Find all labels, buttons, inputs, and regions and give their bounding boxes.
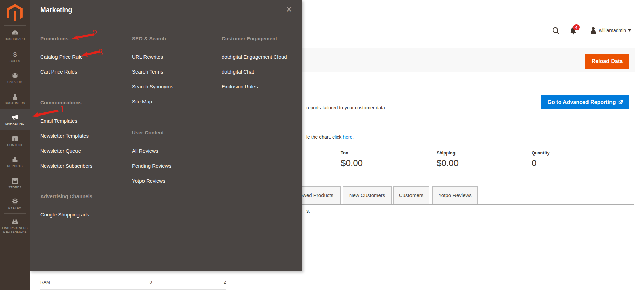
sidebar-item-label: FIND PARTNERS & EXTENSIONS [1, 226, 29, 234]
section-header-customer-engagement: Customer Engagement [222, 36, 277, 41]
sidebar-item-label: CATALOG [7, 80, 22, 84]
notification-count-badge: 4 [573, 24, 580, 30]
chevron-down-icon [628, 29, 631, 32]
sidebar-divider [4, 25, 26, 26]
table-row-col1: 0 [135, 279, 152, 285]
user-icon [590, 26, 597, 35]
admin-sidebar: DASHBOARD $ SALES CATALOG CUSTOMERS MARK… [0, 0, 30, 290]
menu-item-google-shopping-ads[interactable]: Google Shopping ads [40, 212, 89, 218]
sidebar-divider [4, 213, 26, 214]
sidebar-item-stores[interactable]: STORES [0, 178, 30, 189]
menu-item-search-synonyms[interactable]: Search Synonyms [132, 84, 173, 89]
advanced-reporting-label: Go to Advanced Reporting [547, 99, 616, 105]
menu-item-newsletter-queue[interactable]: Newsletter Queue [40, 148, 81, 154]
section-header-advertising-channels: Advertising Channels [40, 193, 92, 199]
svg-text:$: $ [13, 51, 17, 58]
total-value: $0.00 [437, 158, 459, 168]
sidebar-item-label: STORES [8, 186, 22, 189]
admin-header-actions: 4 williamadmin [548, 24, 635, 39]
clipped-sentence-fragment: s. [306, 208, 310, 214]
total-quantity: Quantity 0 [532, 150, 550, 168]
total-tax: Tax $0.00 [341, 150, 363, 168]
menu-item-url-rewrites[interactable]: URL Rewrites [132, 54, 163, 60]
tab-yotpo-reviews[interactable]: Yotpo Reviews [432, 186, 478, 204]
sidebar-item-label: MARKETING [5, 122, 24, 126]
sidebar-item-system[interactable]: SYSTEM [0, 198, 30, 210]
section-header-communications: Communications [40, 100, 82, 105]
menu-item-pending-reviews[interactable]: Pending Reviews [132, 163, 171, 169]
reload-data-button[interactable]: Reload Data [585, 54, 629, 69]
sidebar-item-dashboard[interactable]: DASHBOARD [0, 30, 30, 41]
menu-item-search-terms[interactable]: Search Terms [132, 69, 163, 75]
package-box-icon [12, 72, 18, 79]
bar-chart-icon [12, 156, 18, 163]
sidebar-item-reports[interactable]: REPORTS [0, 156, 30, 168]
dollar-icon: $ [12, 51, 18, 58]
sidebar-item-label: DASHBOARD [5, 37, 25, 41]
megaphone-icon [11, 114, 19, 121]
total-value: $0.00 [341, 158, 363, 168]
account-username: williamadmin [599, 28, 626, 33]
menu-item-newsletter-templates[interactable]: Newsletter Templates [40, 133, 89, 139]
sidebar-item-marketing[interactable]: MARKETING [0, 109, 30, 130]
menu-item-dotdigital-engagement-cloud[interactable]: dotdigital Engagement Cloud [222, 54, 287, 60]
menu-item-all-reviews[interactable]: All Reviews [132, 148, 158, 154]
section-header-user-content: User Content [132, 130, 164, 136]
section-header-promotions: Promotions [40, 36, 68, 41]
sidebar-item-label: SYSTEM [8, 206, 22, 210]
total-label: Quantity [532, 150, 550, 156]
total-value: 0 [532, 158, 550, 168]
section-header-seo-search: SEO & Search [132, 36, 166, 41]
enable-chart-note: le the chart, click here. [306, 134, 354, 140]
menu-item-cart-price-rules[interactable]: Cart Price Rules [40, 69, 77, 75]
flyout-title: Marketing [40, 6, 72, 14]
menu-item-dotdigital-chat[interactable]: dotdigital Chat [222, 69, 254, 75]
bestsellers-table: RAM 0 2 [40, 274, 226, 290]
menu-item-email-templates[interactable]: Email Templates [40, 118, 77, 124]
banner-text-fragment: reports tailored to your customer data. [306, 105, 386, 110]
magento-logo[interactable] [7, 4, 23, 22]
tab-customers[interactable]: Customers [393, 186, 429, 204]
menu-item-catalog-price-rule[interactable]: Catalog Price Rule [40, 54, 83, 60]
here-link[interactable]: here [343, 134, 352, 140]
menu-item-yotpo-reviews[interactable]: Yotpo Reviews [132, 178, 165, 184]
menu-item-exclusion-rules[interactable]: Exclusion Rules [222, 84, 258, 89]
sidebar-item-find-partners[interactable]: FIND PARTNERS & EXTENSIONS [1, 218, 29, 234]
go-to-advanced-reporting-button[interactable]: Go to Advanced Reporting [541, 95, 629, 109]
menu-item-site-map[interactable]: Site Map [132, 99, 152, 104]
layout-page-icon [12, 135, 18, 142]
sidebar-item-sales[interactable]: $ SALES [0, 51, 30, 63]
search-icon[interactable] [552, 26, 560, 37]
tab-new-customers[interactable]: New Customers [343, 186, 392, 204]
person-icon [12, 93, 18, 100]
account-menu[interactable]: williamadmin [590, 26, 631, 35]
total-label: Shipping [437, 150, 459, 156]
notifications-bell-icon[interactable]: 4 [569, 26, 577, 37]
sidebar-item-label: SALES [10, 59, 20, 63]
dashboard-gauge-icon [11, 30, 19, 36]
sidebar-item-label: REPORTS [7, 164, 22, 168]
table-row-product: RAM [40, 279, 50, 285]
sidebar-item-catalog[interactable]: CATALOG [0, 72, 30, 84]
total-shipping: Shipping $0.00 [437, 150, 459, 168]
marketing-flyout-menu: Marketing ✕ Promotions Catalog Price Rul… [30, 0, 302, 271]
gear-icon [12, 198, 18, 205]
sidebar-item-content[interactable]: CONTENT [0, 135, 30, 147]
sidebar-item-label: CUSTOMERS [5, 101, 25, 105]
sidebar-item-customers[interactable]: CUSTOMERS [0, 93, 30, 105]
menu-item-newsletter-subscribers[interactable]: Newsletter Subscribers [40, 163, 92, 169]
note-prefix: le the chart, click [306, 134, 343, 140]
total-label: Tax [341, 150, 363, 156]
sidebar-item-label: CONTENT [7, 143, 23, 147]
note-suffix: . [352, 134, 354, 140]
table-row-col2: 2 [209, 279, 226, 285]
close-icon[interactable]: ✕ [284, 4, 294, 15]
external-link-icon [618, 100, 623, 105]
magento-admin-page: 4 williamadmin Reload Data reports tailo… [0, 0, 644, 290]
lego-brick-icon [11, 218, 19, 225]
storefront-icon [11, 178, 19, 184]
